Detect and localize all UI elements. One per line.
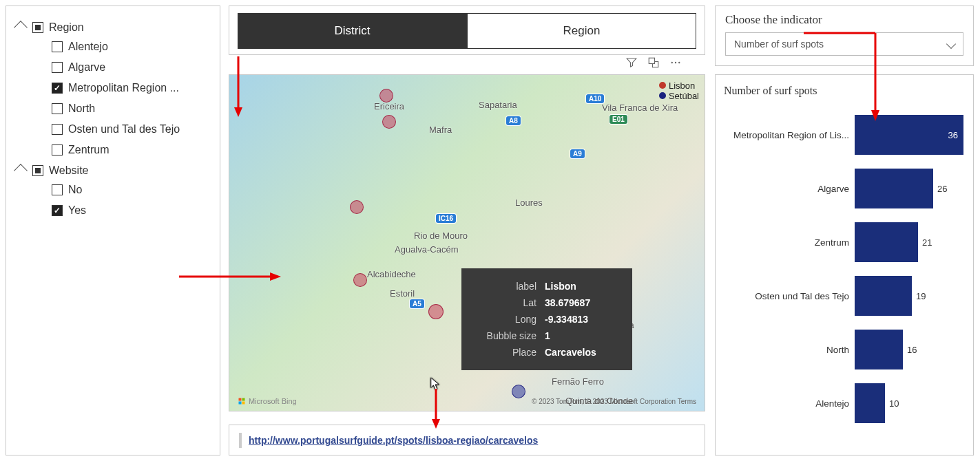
map-bubble[interactable]: [353, 273, 367, 287]
checkbox[interactable]: [52, 41, 63, 52]
bar-chart[interactable]: Metropolitan Region of Lis...36Algarve26…: [724, 115, 965, 423]
map-bubble-active[interactable]: [428, 304, 444, 319]
svg-rect-0: [649, 58, 654, 63]
tab-region[interactable]: Region: [467, 13, 696, 49]
chevron-down-icon: [946, 39, 956, 49]
filter-item-website-0[interactable]: No: [52, 180, 210, 200]
map-bubble[interactable]: [382, 115, 396, 129]
filter-item-region-4[interactable]: Osten und Tal des Tejo: [52, 119, 210, 140]
map-place: Rio de Mouro: [414, 231, 468, 241]
tab-district-label: District: [335, 24, 371, 38]
tooltip-row: Bubble size1: [471, 328, 623, 344]
legend-item-lisbon: Lisbon: [659, 81, 699, 91]
bar-fill: 36: [855, 115, 963, 155]
filter-item-region-3[interactable]: North: [52, 98, 210, 119]
tab-region-label: Region: [563, 24, 601, 38]
filter-item-region-1[interactable]: Algarve: [52, 57, 210, 78]
checkbox[interactable]: [52, 83, 63, 94]
map-place: Fernão Ferro: [552, 376, 604, 387]
bar-fill: [855, 169, 933, 208]
filter-item-label: Osten und Tal des Tejo: [68, 123, 180, 136]
svg-point-1: [671, 62, 673, 63]
map-place: Mafra: [429, 125, 452, 135]
svg-rect-7: [242, 402, 245, 405]
checkbox-region-all[interactable]: [32, 22, 43, 33]
indicator-panel: Choose the indicator Number of surf spot…: [715, 6, 974, 66]
checkbox[interactable]: [52, 144, 63, 156]
checkbox[interactable]: [52, 205, 63, 216]
filter-item-region-5[interactable]: Zentrum: [52, 140, 210, 160]
bar-track: 16: [855, 330, 965, 369]
filter-group-region: Region AlentejoAlgarveMetropolitan Regio…: [16, 19, 210, 160]
bar-category: Alentejo: [724, 398, 855, 409]
filter-label-website: Website: [49, 164, 89, 177]
filter-item-label: Yes: [68, 204, 86, 217]
tab-district[interactable]: District: [238, 13, 467, 49]
tooltip-value: 1: [545, 330, 550, 341]
chevron-up-icon: [14, 21, 28, 34]
map-legend: Lisbon Setúbal: [659, 81, 699, 101]
more-icon[interactable]: [669, 56, 682, 69]
filter-item-label: Alentejo: [68, 41, 108, 53]
visual-header-icons: [625, 56, 682, 69]
url-bar-accent: [239, 433, 242, 448]
map-bubble[interactable]: [379, 89, 393, 103]
bar-value: 19: [916, 291, 926, 301]
detail-link[interactable]: http://www.portugalsurfguide.pt/spots/li…: [249, 435, 538, 446]
bar-value: 10: [889, 398, 899, 409]
filter-icon[interactable]: [625, 56, 638, 69]
tooltip-value: -9.334813: [545, 314, 588, 325]
tooltip-row: Long-9.334813: [471, 311, 623, 328]
legend-label: Setúbal: [669, 91, 699, 101]
bar-track: 21: [855, 222, 965, 262]
bar-row[interactable]: Osten und Tal des Tejo19: [724, 276, 965, 316]
bar-fill: [855, 276, 912, 316]
bar-category: Osten und Tal des Tejo: [724, 291, 855, 301]
checkbox[interactable]: [52, 103, 63, 114]
map-place: Ericeira: [374, 101, 404, 111]
chart-panel: Number of surf spots Metropolitan Region…: [715, 74, 974, 455]
filter-item-region-2[interactable]: Metropolitan Region ...: [52, 78, 210, 98]
map-bubble[interactable]: [350, 200, 364, 214]
svg-rect-5: [242, 398, 245, 401]
filter-item-region-0[interactable]: Alentejo: [52, 36, 210, 57]
svg-point-3: [678, 62, 680, 63]
bar-row[interactable]: Zentrum21: [724, 222, 965, 262]
bar-row[interactable]: Alentejo10: [724, 383, 965, 423]
bar-category: Zentrum: [724, 237, 855, 248]
bar-value: 16: [907, 345, 917, 355]
map-attribution-right: © 2023 TomTom, © 2023 Microsoft Corporat…: [532, 398, 696, 405]
map-bubble[interactable]: [512, 385, 525, 398]
bar-value: 21: [922, 237, 932, 248]
tabs-panel: District Region: [229, 6, 705, 55]
map-tooltip: labelLisbonLat38.679687Long-9.334813Bubb…: [461, 268, 632, 370]
map-place: Vila Franca de Xira: [602, 103, 678, 113]
tooltip-key: Lat: [471, 297, 536, 308]
tooltip-key: Long: [471, 314, 536, 325]
checkbox[interactable]: [52, 62, 63, 73]
filter-panel: Region AlentejoAlgarveMetropolitan Regio…: [6, 6, 220, 455]
map-place: Loures: [515, 197, 543, 208]
checkbox[interactable]: [52, 124, 63, 135]
checkbox-website-all[interactable]: [32, 165, 43, 176]
filter-header-region[interactable]: Region: [16, 19, 210, 36]
tooltip-row: Lat38.679687: [471, 294, 623, 311]
bar-value: 26: [937, 184, 947, 194]
checkbox[interactable]: [52, 184, 63, 195]
filter-label-region: Region: [49, 21, 84, 34]
bar-row[interactable]: Algarve26: [724, 169, 965, 208]
legend-item-setubal: Setúbal: [659, 91, 699, 101]
svg-point-2: [675, 62, 676, 63]
focus-icon[interactable]: [647, 56, 660, 69]
filter-item-website-1[interactable]: Yes: [52, 200, 210, 221]
bar-row[interactable]: Metropolitan Region of Lis...36: [724, 115, 965, 155]
bar-category: Algarve: [724, 184, 855, 194]
bar-row[interactable]: North16: [724, 330, 965, 369]
filter-item-label: North: [68, 103, 95, 115]
indicator-dropdown[interactable]: Number of surf spots: [725, 32, 963, 56]
svg-rect-4: [239, 398, 242, 401]
filter-header-website[interactable]: Website: [16, 162, 210, 180]
indicator-selected: Number of surf spots: [734, 39, 824, 50]
bar-track: 26: [855, 169, 965, 208]
bar-track: 10: [855, 383, 965, 423]
